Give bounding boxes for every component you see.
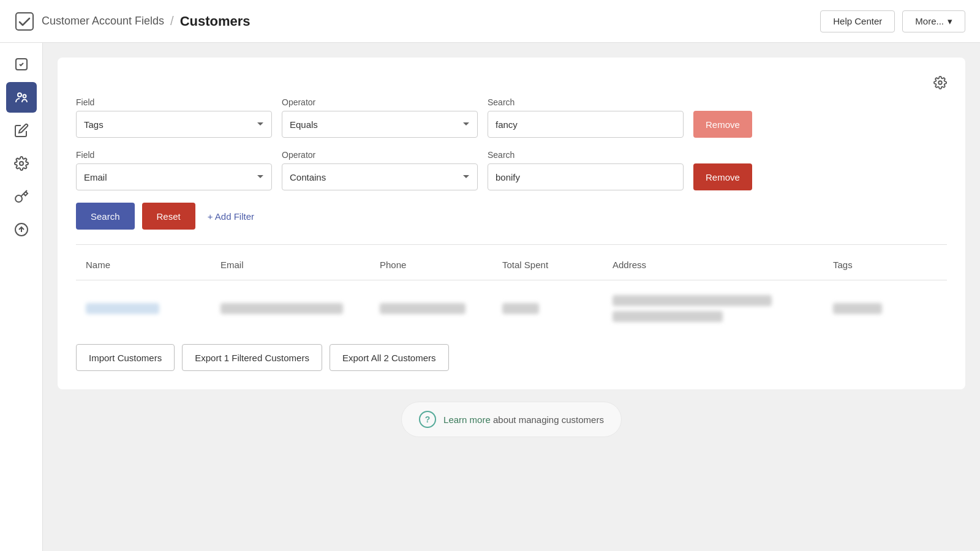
help-center-button[interactable]: Help Center xyxy=(820,10,895,32)
col-phone: Phone xyxy=(380,260,502,270)
col-total-spent: Total Spent xyxy=(502,260,612,270)
field-select-2[interactable]: Email xyxy=(76,163,272,190)
operator-label-1: Operator xyxy=(282,97,478,107)
blurred-phone xyxy=(380,303,466,314)
learn-more-suffix: about managing customers xyxy=(491,414,604,425)
info-icon: ? xyxy=(419,411,436,428)
svg-point-7 xyxy=(938,81,942,84)
svg-point-3 xyxy=(23,95,26,98)
table-divider xyxy=(76,280,947,280)
filter-row-2: Field Email Operator Contains Search Rem… xyxy=(76,150,947,190)
add-filter-button[interactable]: + Add Filter xyxy=(203,211,259,222)
sidebar-item-tasks[interactable] xyxy=(6,49,37,80)
learn-more-box: ? Learn more about managing customers xyxy=(401,402,622,437)
sidebar-item-edit[interactable] xyxy=(6,115,37,146)
filter-group-search-1: Search xyxy=(488,97,684,138)
search-label-1: Search xyxy=(488,97,684,107)
field-select-1[interactable]: Tags xyxy=(76,111,272,138)
blurred-email xyxy=(221,303,343,314)
customers-icon xyxy=(14,90,29,105)
filter-group-search-2: Search xyxy=(488,150,684,190)
bottom-buttons: Import Customers Export 1 Filtered Custo… xyxy=(76,344,947,371)
learn-more-text: Learn more about managing customers xyxy=(443,414,604,425)
field-label-1: Field xyxy=(76,97,272,107)
blurred-address-2 xyxy=(612,311,723,322)
search-input-2[interactable] xyxy=(488,163,684,190)
main-content: Field Tags Operator Equals Search Remove xyxy=(43,43,980,551)
filter-group-field-1: Field Tags xyxy=(76,97,272,138)
filter-row-1: Field Tags Operator Equals Search Remove xyxy=(76,97,947,138)
gear-button[interactable] xyxy=(933,76,947,91)
cell-tags xyxy=(833,303,943,314)
filter-group-operator-2: Operator Contains xyxy=(282,150,478,190)
col-name: Name xyxy=(86,260,221,270)
operator-select-1[interactable]: Equals xyxy=(282,111,478,138)
learn-more-section: ? Learn more about managing customers xyxy=(58,402,965,437)
table-row[interactable] xyxy=(76,288,947,329)
search-button[interactable]: Search xyxy=(76,203,135,230)
key-icon xyxy=(14,189,29,204)
field-label-2: Field xyxy=(76,150,272,160)
edit-icon xyxy=(14,123,29,138)
divider xyxy=(76,244,947,245)
sidebar-item-customers[interactable] xyxy=(6,82,37,113)
export-all-button[interactable]: Export All 2 Customers xyxy=(330,344,449,371)
header-left: Customer Account Fields / Customers xyxy=(15,12,251,31)
blurred-name xyxy=(86,303,159,314)
reset-button[interactable]: Reset xyxy=(142,203,195,230)
svg-point-2 xyxy=(18,93,21,97)
search-label-2: Search xyxy=(488,150,684,160)
header-right: Help Center More... ▾ xyxy=(820,10,965,32)
cell-email xyxy=(221,303,380,314)
action-row: Search Reset + Add Filter xyxy=(76,203,947,230)
operator-label-2: Operator xyxy=(282,150,478,160)
remove-button-2[interactable]: Remove xyxy=(693,163,752,190)
cell-total-spent xyxy=(502,303,612,314)
breadcrumb-parent: Customer Account Fields xyxy=(42,15,164,28)
cell-phone xyxy=(380,303,502,314)
learn-more-link[interactable]: Learn more xyxy=(443,414,491,425)
cell-address xyxy=(612,295,833,322)
tasks-icon xyxy=(14,57,29,72)
card-header-row xyxy=(76,76,947,91)
settings-icon xyxy=(14,156,29,171)
sidebar-item-key[interactable] xyxy=(6,181,37,212)
sidebar-item-settings[interactable] xyxy=(6,148,37,179)
svg-rect-0 xyxy=(16,13,33,30)
breadcrumb-separator: / xyxy=(170,14,174,28)
col-address: Address xyxy=(612,260,833,270)
operator-select-2[interactable]: Contains xyxy=(282,163,478,190)
col-tags: Tags xyxy=(833,260,943,270)
export-filtered-button[interactable]: Export 1 Filtered Customers xyxy=(182,344,322,371)
breadcrumb-current: Customers xyxy=(180,13,251,29)
sidebar xyxy=(0,43,43,551)
filter-group-field-2: Field Email xyxy=(76,150,272,190)
logo-icon xyxy=(15,12,34,31)
search-input-1[interactable] xyxy=(488,111,684,138)
filters-card: Field Tags Operator Equals Search Remove xyxy=(58,58,965,389)
blurred-tags xyxy=(833,303,882,314)
remove-button-1[interactable]: Remove xyxy=(693,111,752,138)
upload-icon xyxy=(14,222,29,237)
header: Customer Account Fields / Customers Help… xyxy=(0,0,980,43)
layout: Field Tags Operator Equals Search Remove xyxy=(0,43,980,551)
gear-icon xyxy=(933,76,947,89)
blurred-address-1 xyxy=(612,295,772,306)
cell-name xyxy=(86,303,221,314)
col-email: Email xyxy=(221,260,380,270)
filter-group-operator-1: Operator Equals xyxy=(282,97,478,138)
sidebar-item-upload[interactable] xyxy=(6,214,37,245)
breadcrumb: Customer Account Fields / Customers xyxy=(42,13,251,29)
import-customers-button[interactable]: Import Customers xyxy=(76,344,175,371)
table-header: Name Email Phone Total Spent Address Tag… xyxy=(76,255,947,275)
more-button[interactable]: More... ▾ xyxy=(902,10,965,32)
svg-point-4 xyxy=(20,162,23,165)
blurred-total xyxy=(502,303,539,314)
